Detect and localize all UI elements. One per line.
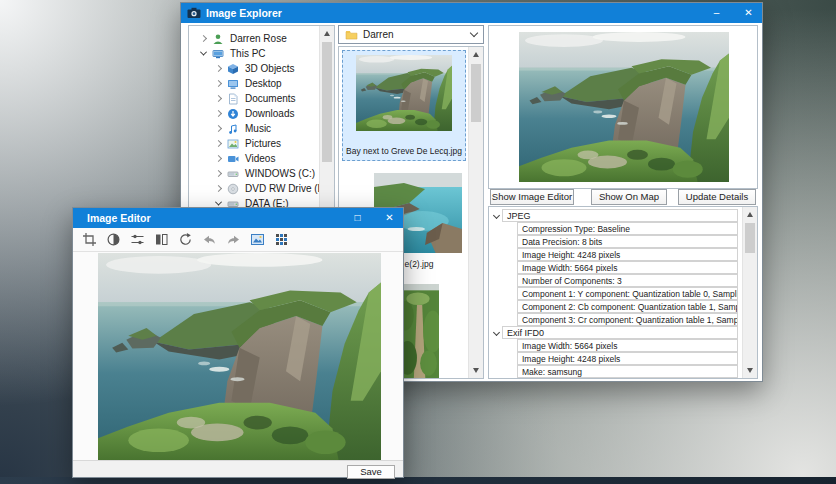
metadata-row[interactable]: Image Height: 4248 pixels bbox=[489, 248, 741, 261]
scroll-up-arrow[interactable] bbox=[469, 47, 483, 62]
user-icon bbox=[212, 33, 225, 45]
grid-icon[interactable] bbox=[274, 232, 289, 247]
show-on-map-button[interactable]: Show On Map bbox=[591, 189, 667, 205]
chevron-down-icon[interactable] bbox=[200, 49, 207, 56]
scroll-down-arrow[interactable] bbox=[743, 363, 757, 378]
tree-item-darren-rose[interactable]: Darren Rose bbox=[189, 31, 334, 46]
editor-window-title: Image Editor bbox=[87, 212, 151, 224]
metadata-group-label[interactable]: JPEG bbox=[502, 209, 738, 222]
tree-item-this-pc[interactable]: This PC bbox=[189, 46, 334, 61]
editor-maximize-button[interactable]: □ bbox=[344, 208, 371, 228]
chevron-right-icon[interactable] bbox=[215, 155, 222, 162]
tree-item-3d-objects[interactable]: 3D Objects bbox=[189, 61, 334, 76]
chevron-right-icon[interactable] bbox=[215, 110, 222, 117]
tree-item-documents[interactable]: Documents bbox=[189, 91, 334, 106]
tree-item-label: Darren Rose bbox=[230, 33, 287, 44]
tree-item-music[interactable]: Music bbox=[189, 121, 334, 136]
scroll-up-arrow[interactable] bbox=[743, 207, 757, 222]
music-icon bbox=[227, 123, 240, 135]
chevron-right-icon[interactable] bbox=[215, 80, 222, 87]
preview-panel bbox=[488, 25, 758, 189]
chevron-down-icon[interactable] bbox=[215, 199, 222, 206]
folder-select-dropdown[interactable]: Darren bbox=[338, 25, 484, 44]
chevron-right-icon[interactable] bbox=[215, 185, 222, 192]
metadata-row[interactable]: Component 3: Cr component: Quantization … bbox=[489, 313, 741, 326]
metadata-group-exif-ifd0[interactable]: Exif IFD0 bbox=[489, 326, 741, 339]
chevron-right-icon[interactable] bbox=[215, 95, 222, 102]
chevron-right-icon[interactable] bbox=[200, 35, 207, 42]
tree-item-label: Desktop bbox=[245, 78, 282, 89]
crop-icon[interactable] bbox=[82, 232, 97, 247]
scroll-up-arrow[interactable] bbox=[320, 26, 334, 41]
metadata-row[interactable]: Make: samsung bbox=[489, 365, 741, 378]
metadata-row[interactable]: Image Height: 4248 pixels bbox=[489, 352, 741, 365]
metadata-row[interactable]: Compression Type: Baseline bbox=[489, 222, 741, 235]
explorer-window-title: Image Explorer bbox=[206, 7, 282, 19]
chevron-down-icon bbox=[470, 29, 478, 37]
chevron-right-icon[interactable] bbox=[215, 140, 222, 147]
editor-titlebar[interactable]: Image Editor □ ✕ bbox=[73, 208, 403, 228]
undo-icon[interactable] bbox=[202, 232, 217, 247]
metadata-row[interactable]: Image Width: 5664 pixels bbox=[489, 261, 741, 274]
documents-icon bbox=[227, 93, 240, 105]
show-image-editor-button[interactable]: Show Image Editor bbox=[490, 189, 574, 205]
tree-item-desktop[interactable]: Desktop bbox=[189, 76, 334, 91]
chevron-right-icon[interactable] bbox=[215, 65, 222, 72]
chevron-right-icon[interactable] bbox=[215, 125, 222, 132]
camera-icon bbox=[187, 7, 201, 19]
editor-photo-coastal bbox=[98, 253, 381, 460]
metadata-group-label[interactable]: Exif IFD0 bbox=[502, 326, 738, 339]
explorer-close-button[interactable]: ✕ bbox=[735, 3, 762, 23]
metadata-scrollbar[interactable] bbox=[742, 207, 757, 378]
rotate-icon[interactable] bbox=[178, 232, 193, 247]
tree-item-label: This PC bbox=[230, 48, 266, 59]
metadata-row[interactable]: Number of Components: 3 bbox=[489, 274, 741, 287]
update-details-button[interactable]: Update Details bbox=[678, 189, 756, 205]
chevron-down-icon[interactable] bbox=[493, 329, 500, 336]
thumbnail-photo-coastal bbox=[356, 55, 452, 131]
thumbnail-scrollbar[interactable] bbox=[468, 47, 483, 378]
image-icon[interactable] bbox=[250, 232, 265, 247]
image-editor-window: Image Editor □ ✕ Save bbox=[72, 207, 404, 478]
tree-item-label: Documents bbox=[245, 93, 296, 104]
preview-photo-coastal bbox=[519, 32, 729, 182]
chevron-right-icon[interactable] bbox=[215, 170, 222, 177]
redo-icon[interactable] bbox=[226, 232, 241, 247]
scrollbar-thumb[interactable] bbox=[471, 64, 481, 122]
desktop-icon bbox=[227, 78, 240, 90]
metadata-row[interactable]: Image Width: 5664 pixels bbox=[489, 339, 741, 352]
chevron-down-icon[interactable] bbox=[493, 212, 500, 219]
desktop-background: Image Explorer – ✕ Darren Rose This PC bbox=[0, 0, 836, 484]
tree-item-videos[interactable]: Videos bbox=[189, 151, 334, 166]
editor-toolbar bbox=[73, 228, 403, 252]
computer-icon bbox=[212, 48, 225, 60]
tree-item-label: Downloads bbox=[245, 108, 294, 119]
metadata-row[interactable]: Data Precision: 8 bits bbox=[489, 235, 741, 248]
tree-item-label: 3D Objects bbox=[245, 63, 294, 74]
explorer-minimize-button[interactable]: – bbox=[703, 3, 730, 23]
contrast-icon[interactable] bbox=[106, 232, 121, 247]
tree-item-label: Music bbox=[245, 123, 271, 134]
thumbnail-item-selected[interactable]: Bay next to Greve De Lecq.jpg bbox=[342, 50, 466, 161]
tree-item-windows-c[interactable]: WINDOWS (C:) bbox=[189, 166, 334, 181]
dvd-icon bbox=[227, 183, 240, 195]
scroll-down-arrow[interactable] bbox=[469, 363, 483, 378]
scrollbar-thumb[interactable] bbox=[322, 42, 332, 162]
editor-canvas-area: Save bbox=[73, 252, 403, 477]
tree-item-dvd-drive[interactable]: DVD RW Drive (D:) bbox=[189, 181, 334, 196]
adjustments-icon[interactable] bbox=[130, 232, 145, 247]
tree-item-downloads[interactable]: Downloads bbox=[189, 106, 334, 121]
tree-item-label: WINDOWS (C:) bbox=[245, 168, 315, 179]
metadata-row[interactable]: Component 2: Cb component: Quantization … bbox=[489, 300, 741, 313]
editor-bottom-bar: Save bbox=[73, 461, 403, 477]
explorer-titlebar[interactable]: Image Explorer – ✕ bbox=[181, 3, 762, 23]
tree-item-pictures[interactable]: Pictures bbox=[189, 136, 334, 151]
downloads-icon bbox=[227, 108, 240, 120]
save-button[interactable]: Save bbox=[347, 465, 395, 479]
metadata-row[interactable]: Component 1: Y component: Quantization t… bbox=[489, 287, 741, 300]
split-view-icon[interactable] bbox=[154, 232, 169, 247]
scrollbar-thumb[interactable] bbox=[745, 223, 755, 253]
folder-select-value: Darren bbox=[363, 29, 394, 40]
editor-close-button[interactable]: ✕ bbox=[376, 208, 403, 228]
metadata-group-jpeg[interactable]: JPEG bbox=[489, 209, 741, 222]
